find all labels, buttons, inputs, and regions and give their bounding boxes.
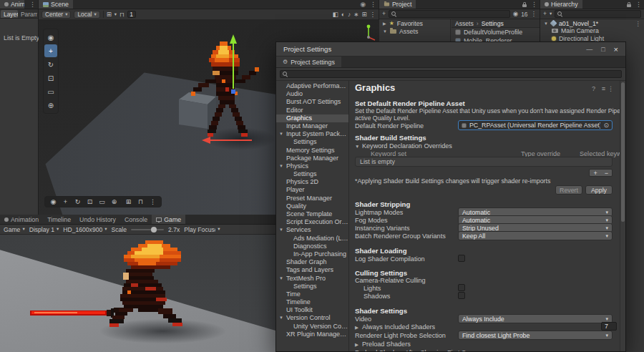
scale-slider-knob[interactable] — [151, 227, 157, 233]
tab-timeline[interactable]: Timeline — [43, 215, 75, 224]
settings-nav-shader-graph[interactable]: Shader Graph — [276, 258, 348, 266]
settings-nav-audio[interactable]: Audio — [276, 90, 348, 98]
eye-icon[interactable]: ◉ — [358, 0, 368, 9]
foldout-open-icon[interactable]: ▼ — [383, 29, 387, 34]
tab-game[interactable]: Game — [152, 215, 185, 224]
settings-nav-input-manager[interactable]: Input Manager — [276, 122, 348, 130]
rotate-tool-icon[interactable]: ↻ — [72, 197, 83, 207]
revert-button[interactable]: Revert — [555, 185, 582, 195]
remove-button[interactable]: − — [601, 170, 612, 177]
game-target-dropdown[interactable]: Game ▾ — [4, 226, 25, 233]
foldout-open-icon[interactable]: ▼ — [279, 275, 283, 283]
settings-search-input[interactable] — [280, 70, 622, 78]
maximize-button[interactable]: □ — [601, 46, 605, 53]
settings-nav-in-app-purchasing[interactable]: In-App Purchasing — [276, 250, 348, 258]
default-render-pipeline-field[interactable]: PC_RPAsset (Universal Render Pipeline As… — [458, 120, 613, 130]
add-object-button[interactable]: + — [543, 11, 547, 17]
scene-root-row[interactable]: ▼ a01_Novel_1* ⋮ — [540, 19, 644, 27]
settings-nav-unity-version-control[interactable]: Unity Version Control — [276, 323, 348, 331]
settings-nav-graphics[interactable]: Graphics — [276, 114, 348, 122]
rect-tool-button[interactable]: ▭ — [44, 85, 57, 98]
video-dropdown[interactable]: Always Include ▾ — [458, 314, 613, 323]
panel-menu-icon[interactable]: ⋮ — [529, 0, 540, 9]
add-asset-button[interactable]: + — [382, 11, 386, 17]
grid-snap-icon[interactable]: ⊞ — [107, 11, 112, 18]
close-button[interactable]: × — [614, 45, 618, 54]
settings-nav-ads-mediation[interactable]: Ads Mediation (LevelPlay) — [276, 235, 348, 243]
hidden-count-eye-icon[interactable]: ◉ — [513, 11, 518, 17]
tab-project-settings[interactable]: ⚙ Project Settings — [276, 57, 341, 67]
snap-magnet-icon[interactable]: ⊓ — [119, 11, 125, 18]
culling-shadows-checkbox[interactable] — [458, 292, 465, 299]
settings-nav-textmesh-settings[interactable]: Settings — [276, 283, 348, 290]
settings-nav-version-control[interactable]: ▼ Version Control — [276, 314, 348, 322]
tab-layers[interactable]: Layers — [1, 10, 18, 18]
add-button[interactable]: + — [590, 170, 600, 177]
scene-menu-icon[interactable]: ⋮ — [635, 20, 644, 27]
tab-parameters[interactable]: Parameters — [19, 10, 37, 18]
toolbar-menu-icon[interactable]: ⋮ — [370, 11, 376, 18]
hierarchy-item[interactable]: Main Camera — [540, 27, 644, 35]
settings-nav-tags-and-layers[interactable]: Tags and Layers — [276, 266, 348, 274]
preload-shaders-foldout[interactable]: Preload Shaders — [362, 341, 411, 348]
space-dropdown[interactable]: Local ▾ — [74, 11, 99, 19]
context-menu-icon[interactable]: ⋮ — [608, 85, 614, 92]
breadcrumb-current[interactable]: Settings — [482, 20, 504, 27]
settings-nav-services[interactable]: ▼ Services — [276, 226, 348, 234]
foldout-open-icon[interactable]: ▼ — [544, 21, 548, 26]
settings-nav-time[interactable]: Time — [276, 290, 348, 298]
log-shader-compilation-checkbox[interactable] — [458, 255, 465, 262]
toolbar-menu-icon[interactable]: ⋮ — [531, 11, 537, 17]
settings-nav-memory-settings[interactable]: Memory Settings — [276, 147, 348, 155]
settings-nav-input-system-package[interactable]: ▼ Input System Package — [276, 130, 348, 138]
tab-console[interactable]: Console — [120, 215, 152, 224]
settings-nav-package-manager[interactable]: Package Manager — [276, 155, 348, 162]
tab-animation[interactable]: Animation — [0, 215, 43, 224]
settings-nav-ui-toolkit[interactable]: UI Toolkit — [276, 306, 348, 314]
settings-nav-script-execution-order[interactable]: Script Execution Order — [276, 218, 348, 226]
scale-slider[interactable] — [131, 229, 164, 230]
scene-grid-icon[interactable]: ⊞ — [361, 11, 366, 18]
foldout-open-icon[interactable]: ▼ — [355, 144, 359, 149]
breadcrumb-root[interactable]: Assets — [455, 20, 474, 27]
move-tool-button[interactable]: + — [44, 44, 57, 57]
settings-scrollbar[interactable] — [620, 81, 625, 351]
scene-orientation-gizmo[interactable] — [359, 23, 378, 43]
resolution-dropdown[interactable]: HD_1600x900 ▾ — [63, 226, 107, 233]
panel-menu-icon[interactable]: ⋮ — [27, 0, 38, 9]
settings-nav-burst-aot[interactable]: Burst AOT Settings — [276, 98, 348, 106]
transform-tool-button[interactable]: ⊕ — [44, 99, 57, 112]
settings-nav-adaptive-performance[interactable]: Adaptive Performance — [276, 82, 348, 90]
settings-nav-timeline[interactable]: Timeline — [276, 298, 348, 306]
batch-renderer-group-dropdown[interactable]: Keep All ▾ — [458, 231, 613, 240]
settings-nav-player[interactable]: Player — [276, 186, 348, 194]
preset-icon[interactable]: ≡ — [602, 85, 605, 92]
object-picker-icon[interactable]: ⊙ — [603, 122, 609, 129]
settings-nav-diagnostics[interactable]: Diagnostics — [276, 243, 348, 250]
tab-scene[interactable]: Scene — [39, 0, 73, 9]
magnet-icon[interactable]: ⊓ — [135, 197, 146, 207]
shading-mode-icon[interactable]: ◧ — [333, 11, 338, 18]
scene-lighting-icon[interactable]: ◐ — [341, 11, 345, 18]
snap-increment-value[interactable]: 1 — [127, 11, 136, 18]
settings-nav-physics-2d[interactable]: Physics 2D — [276, 178, 348, 186]
settings-nav-physics-settings[interactable]: Settings — [276, 170, 348, 178]
panel-menu-icon[interactable]: ⋮ — [633, 0, 644, 9]
chevron-down-icon[interactable]: ▾ — [114, 12, 117, 17]
culling-lights-checkbox[interactable] — [458, 284, 465, 291]
assets-root-row[interactable]: ▼ Assets — [379, 27, 450, 35]
play-focus-dropdown[interactable]: Play Focused ▾ — [184, 226, 220, 233]
view-tool-icon[interactable]: ◉ — [48, 197, 59, 207]
settings-nav-xr-plugin-management[interactable]: XR Plugin Management — [276, 331, 348, 338]
scene-fx-icon[interactable]: ∗ — [353, 11, 358, 18]
rotate-tool-button[interactable]: ↻ — [44, 58, 57, 71]
hierarchy-search-input[interactable] — [555, 10, 641, 18]
help-icon[interactable]: ? — [592, 85, 595, 92]
foldout-open-icon[interactable]: ▼ — [279, 130, 283, 138]
tab-undo-history[interactable]: Undo History — [75, 215, 120, 224]
foldout-closed-icon[interactable]: ▶ — [355, 342, 358, 348]
rect-tool-icon[interactable]: ▭ — [97, 197, 107, 207]
minimize-button[interactable]: — — [586, 46, 592, 53]
tab-project[interactable]: Project — [379, 0, 416, 9]
view-tool-button[interactable]: ◉ — [44, 31, 57, 44]
